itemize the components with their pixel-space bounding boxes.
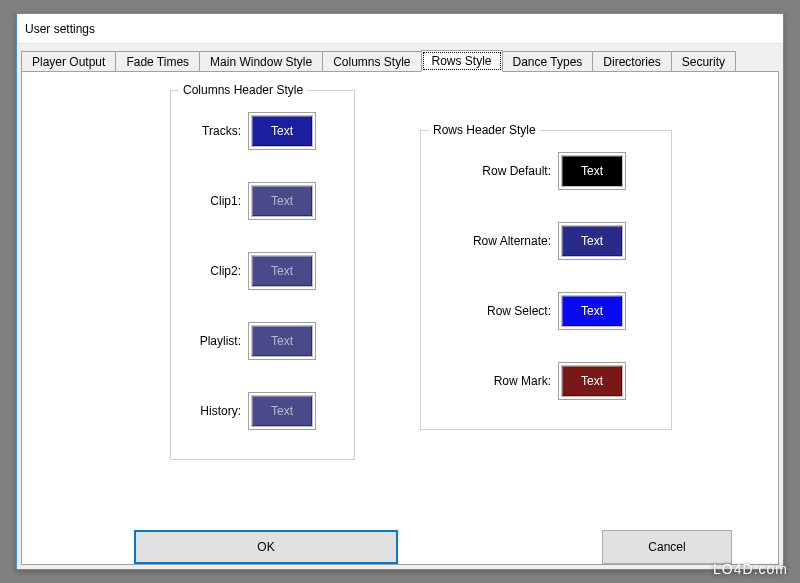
- row-default-label: Row Default:: [421, 164, 551, 178]
- clip2-swatch[interactable]: Text: [252, 256, 312, 286]
- row-mark-swatch-border: Text: [559, 363, 625, 399]
- clip2-label: Clip2:: [171, 264, 241, 278]
- columns-group-legend: Columns Header Style: [179, 83, 307, 97]
- clip1-swatch-border: Text: [249, 183, 315, 219]
- columns-header-style-group: Columns Header Style Tracks: Text Clip1:…: [170, 90, 355, 460]
- clip1-swatch[interactable]: Text: [252, 186, 312, 216]
- tab-columns-style[interactable]: Columns Style: [322, 51, 421, 72]
- history-swatch-border: Text: [249, 393, 315, 429]
- clip2-swatch-border: Text: [249, 253, 315, 289]
- tracks-swatch[interactable]: Text: [252, 116, 312, 146]
- row-select-swatch-border: Text: [559, 293, 625, 329]
- tab-fade-times[interactable]: Fade Times: [115, 51, 200, 72]
- row-select-swatch[interactable]: Text: [562, 296, 622, 326]
- window-title: User settings: [25, 22, 95, 36]
- tab-player-output[interactable]: Player Output: [21, 51, 116, 72]
- tracks-swatch-border: Text: [249, 113, 315, 149]
- tab-dance-types[interactable]: Dance Types: [502, 51, 594, 72]
- tab-directories[interactable]: Directories: [592, 51, 671, 72]
- row-default-swatch[interactable]: Text: [562, 156, 622, 186]
- row-alternate-label: Row Alternate:: [421, 234, 551, 248]
- playlist-label: Playlist:: [171, 334, 241, 348]
- user-settings-window: User settings Player Output Fade Times M…: [16, 13, 784, 570]
- tab-content-rows-style: Columns Header Style Tracks: Text Clip1:…: [21, 71, 779, 565]
- tab-rows-style[interactable]: Rows Style: [421, 50, 503, 72]
- row-alternate-swatch[interactable]: Text: [562, 226, 622, 256]
- row-select-label: Row Select:: [421, 304, 551, 318]
- rows-header-style-group: Rows Header Style Row Default: Text Row …: [420, 130, 672, 430]
- watermark: LO4D.com: [713, 561, 788, 577]
- row-mark-swatch[interactable]: Text: [562, 366, 622, 396]
- ok-button[interactable]: OK: [134, 530, 398, 564]
- playlist-swatch[interactable]: Text: [252, 326, 312, 356]
- title-bar: User settings: [17, 14, 783, 44]
- tab-main-window-style[interactable]: Main Window Style: [199, 51, 323, 72]
- cancel-button[interactable]: Cancel: [602, 530, 732, 564]
- rows-group-legend: Rows Header Style: [429, 123, 540, 137]
- history-label: History:: [171, 404, 241, 418]
- tab-security[interactable]: Security: [671, 51, 736, 72]
- tab-strip: Player Output Fade Times Main Window Sty…: [17, 44, 783, 72]
- tracks-label: Tracks:: [171, 124, 241, 138]
- clip1-label: Clip1:: [171, 194, 241, 208]
- row-mark-label: Row Mark:: [421, 374, 551, 388]
- row-default-swatch-border: Text: [559, 153, 625, 189]
- row-alternate-swatch-border: Text: [559, 223, 625, 259]
- playlist-swatch-border: Text: [249, 323, 315, 359]
- history-swatch[interactable]: Text: [252, 396, 312, 426]
